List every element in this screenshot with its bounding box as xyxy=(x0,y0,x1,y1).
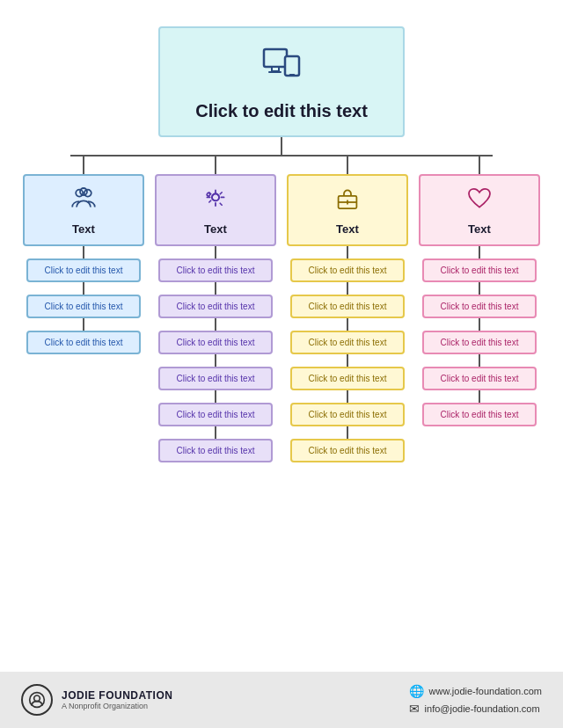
purple-connector-4 xyxy=(215,390,216,403)
purple-top-line xyxy=(215,157,216,174)
website: www.jodie-foundation.com xyxy=(429,686,542,696)
cat-node-purple[interactable]: Text xyxy=(155,174,276,246)
purple-child-1[interactable]: Click to edit this text xyxy=(158,295,273,318)
root-title: Click to edit this text xyxy=(195,101,368,121)
svg-rect-0 xyxy=(264,49,287,67)
footer: JODIE FOUNDATION A Nonprofit Organizatio… xyxy=(0,672,563,728)
purple-connector-0 xyxy=(215,246,216,258)
yellow-child-4[interactable]: Click to edit this text xyxy=(290,403,405,426)
root-connectors xyxy=(18,137,545,157)
svg-rect-2 xyxy=(268,71,282,73)
svg-point-7 xyxy=(80,188,87,195)
pink-connector-3 xyxy=(479,354,480,367)
pink-child-1[interactable]: Click to edit this text xyxy=(422,295,537,318)
columns-container: TextClick to edit this textClick to edit… xyxy=(23,157,540,462)
yellow-connector-3 xyxy=(347,354,348,367)
svg-rect-4 xyxy=(289,74,295,76)
org-sub: A Nonprofit Organization xyxy=(62,702,172,710)
svg-point-15 xyxy=(34,695,40,702)
column-blue: TextClick to edit this textClick to edit… xyxy=(23,157,144,354)
purple-child-5[interactable]: Click to edit this text xyxy=(158,439,273,462)
pink-top-line xyxy=(479,157,480,174)
yellow-connector-4 xyxy=(347,390,348,403)
cat-node-yellow[interactable]: Text xyxy=(287,174,408,246)
purple-child-2[interactable]: Click to edit this text xyxy=(158,331,273,354)
pink-connector-4 xyxy=(479,390,480,403)
purple-connector-2 xyxy=(215,318,216,331)
pink-child-2[interactable]: Click to edit this text xyxy=(422,331,537,354)
blue-child-0[interactable]: Click to edit this text xyxy=(26,258,141,282)
blue-child-1[interactable]: Click to edit this text xyxy=(26,295,141,318)
svg-rect-3 xyxy=(285,56,299,76)
cat-label-blue: Text xyxy=(72,222,95,236)
briefcase-icon xyxy=(333,185,362,219)
purple-child-0[interactable]: Click to edit this text xyxy=(158,258,273,282)
pink-connector-2 xyxy=(479,318,480,331)
heart-icon xyxy=(465,185,494,219)
settings-icon xyxy=(201,185,230,219)
purple-connector-1 xyxy=(215,282,216,295)
yellow-child-3[interactable]: Click to edit this text xyxy=(290,367,405,390)
blue-connector-1 xyxy=(83,282,84,295)
pink-child-4[interactable]: Click to edit this text xyxy=(422,403,537,426)
blue-connector-2 xyxy=(83,318,84,331)
email-icon: ✉ xyxy=(409,702,420,716)
svg-point-10 xyxy=(212,193,219,200)
computer-icon xyxy=(260,44,303,94)
yellow-child-0[interactable]: Click to edit this text xyxy=(290,258,405,282)
blue-top-line xyxy=(83,157,84,174)
yellow-top-line xyxy=(347,157,348,174)
svg-rect-1 xyxy=(272,67,279,71)
purple-connector-5 xyxy=(215,426,216,439)
pink-connector-1 xyxy=(479,282,480,295)
yellow-child-1[interactable]: Click to edit this text xyxy=(290,295,405,318)
email-row: ✉ info@jodie-foundation.com xyxy=(409,702,542,716)
pink-child-3[interactable]: Click to edit this text xyxy=(422,367,537,390)
yellow-connector-1 xyxy=(347,282,348,295)
website-row: 🌐 www.jodie-foundation.com xyxy=(409,684,542,698)
yellow-connector-5 xyxy=(347,426,348,439)
purple-child-3[interactable]: Click to edit this text xyxy=(158,367,273,390)
column-purple: TextClick to edit this textClick to edit… xyxy=(155,157,276,462)
people-icon xyxy=(69,185,98,219)
pink-child-0[interactable]: Click to edit this text xyxy=(422,258,537,282)
root-vertical-line xyxy=(281,137,282,155)
cat-label-pink: Text xyxy=(468,222,491,236)
cat-label-purple: Text xyxy=(204,222,227,236)
blue-child-2[interactable]: Click to edit this text xyxy=(26,331,141,354)
footer-left: JODIE FOUNDATION A Nonprofit Organizatio… xyxy=(21,684,172,716)
purple-connector-3 xyxy=(215,354,216,367)
yellow-connector-0 xyxy=(347,246,348,258)
cat-label-yellow: Text xyxy=(336,222,359,236)
pink-connector-0 xyxy=(479,246,480,258)
footer-org-info: JODIE FOUNDATION A Nonprofit Organizatio… xyxy=(62,689,172,710)
footer-logo xyxy=(21,684,53,716)
purple-child-4[interactable]: Click to edit this text xyxy=(158,403,273,426)
yellow-child-5[interactable]: Click to edit this text xyxy=(290,439,405,462)
main-content: Click to edit this text TextClick to edi… xyxy=(0,0,563,672)
column-pink: TextClick to edit this textClick to edit… xyxy=(419,157,540,426)
blue-connector-0 xyxy=(83,246,84,258)
cat-node-blue[interactable]: Text xyxy=(23,174,144,246)
cat-node-pink[interactable]: Text xyxy=(419,174,540,246)
email: info@jodie-foundation.com xyxy=(425,703,540,714)
footer-right: 🌐 www.jodie-foundation.com ✉ info@jodie-… xyxy=(409,684,542,716)
org-name: JODIE FOUNDATION xyxy=(62,689,172,702)
root-node[interactable]: Click to edit this text xyxy=(158,26,405,137)
yellow-child-2[interactable]: Click to edit this text xyxy=(290,331,405,354)
column-yellow: TextClick to edit this textClick to edit… xyxy=(287,157,408,462)
www-icon: 🌐 xyxy=(409,684,424,698)
yellow-connector-2 xyxy=(347,318,348,331)
